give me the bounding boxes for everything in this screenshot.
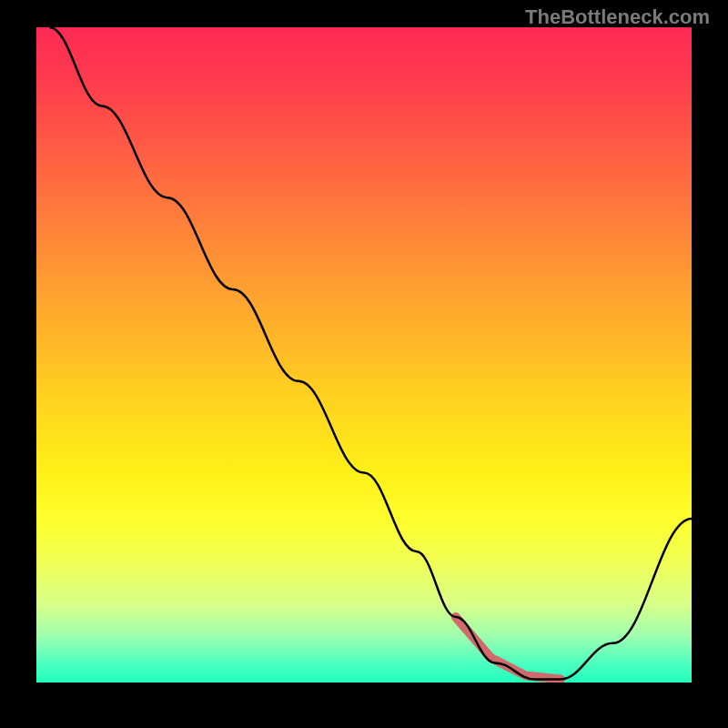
bottleneck-chart [36, 27, 692, 682]
chart-plot-area [36, 27, 692, 682]
watermark-text: TheBottleneck.com [525, 5, 710, 29]
main-curve [49, 27, 692, 679]
highlight-segment [456, 617, 561, 679]
